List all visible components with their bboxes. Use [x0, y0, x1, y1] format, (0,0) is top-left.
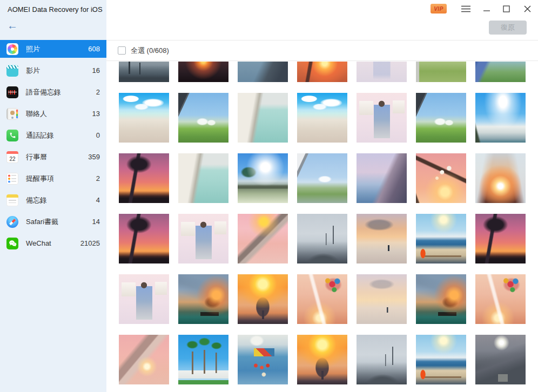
photo-thumbnail-window-view[interactable] [178, 93, 228, 143]
minimize-button[interactable] [480, 2, 493, 15]
header-bar: VIP 復原 [106, 0, 538, 40]
sidebar-item-call-history[interactable]: 通話記錄 0 [0, 126, 106, 144]
photo-thumbnail-resort-sky[interactable] [475, 93, 526, 143]
selection-toolbar: 全選 (0/608) [106, 40, 538, 61]
sidebar-item-count: 0 [96, 131, 100, 139]
sidebar-item-wechat[interactable]: WeChat 21025 [0, 234, 106, 252]
sidebar-item-safari-bookmarks[interactable]: Safari書籤 14 [0, 213, 106, 231]
photo-thumbnail-feather-sun[interactable] [238, 214, 288, 263]
sidebar-item-label: 通話記錄 [26, 131, 96, 140]
photo-thumbnail-beach-red-flag[interactable] [416, 214, 466, 263]
photo-thumbnail-moonlit-mountains[interactable] [475, 335, 526, 384]
photo-thumbnail-red-sunset[interactable] [297, 62, 347, 82]
sidebar-item-reminders[interactable]: 提醒事項 2 [0, 170, 106, 187]
photo-thumbnail-blossom-sunset[interactable] [416, 153, 466, 203]
photo-thumbnail-palm-sunset[interactable] [119, 214, 169, 263]
sidebar-item-voice-memos[interactable]: 語音備忘錄 2 [0, 83, 106, 101]
photo-thumbnail-girl-portrait[interactable] [178, 214, 228, 263]
sidebar-item-count: 13 [92, 110, 100, 118]
photo-thumbnail-goblet-sunset[interactable] [297, 335, 347, 384]
sidebar-item-label: 備忘錄 [26, 195, 96, 205]
photo-thumbnail-palm-sunset[interactable] [119, 153, 169, 203]
sidebar: AOMEI Data Recovery for iOS ← 照片 608 影片 … [0, 0, 106, 392]
sidebar-item-count: 608 [88, 45, 100, 53]
sidebar-item-label: Safari書籤 [26, 217, 92, 227]
photo-thumbnail-coast-cliff[interactable] [238, 62, 288, 82]
select-all-checkbox[interactable] [118, 46, 126, 55]
photo-thumbnail-feather-closeup[interactable] [119, 335, 169, 384]
photo-thumbnail-sailboat-sunset-pale[interactable] [357, 274, 407, 324]
photo-thumbnail-palm-trees-blue[interactable] [178, 335, 228, 384]
sidebar-item-photos[interactable]: 照片 608 [0, 40, 106, 58]
back-button[interactable]: ← [4, 19, 21, 32]
photo-thumbnail-harbor-gray[interactable] [119, 62, 169, 82]
calendar-icon: 22 [6, 151, 18, 163]
photo-thumbnail-pale-portrait[interactable] [357, 62, 407, 82]
sidebar-item-count: 359 [88, 153, 100, 161]
maximize-button[interactable] [500, 2, 513, 15]
calendar-day: 22 [9, 155, 15, 163]
main-panel: VIP 復原 全選 (0/608) [106, 0, 538, 392]
photo-thumbnail-sailboat-sunset[interactable] [357, 214, 407, 263]
notes-icon [6, 194, 18, 206]
voice-memos-icon [6, 86, 18, 98]
sidebar-item-count: 16 [92, 66, 100, 75]
photo-grid-viewport [106, 62, 538, 392]
sidebar-item-videos[interactable]: 影片 16 [0, 62, 106, 79]
photos-icon [6, 43, 18, 55]
photo-thumbnail-beach-day[interactable] [297, 93, 347, 143]
photo-thumbnail-window-field[interactable] [416, 62, 466, 82]
photo-thumbnail-flower-glass[interactable] [297, 274, 347, 324]
sidebar-item-contacts[interactable]: 聯絡人 13 [0, 105, 106, 123]
sidebar-item-label: 聯絡人 [26, 109, 92, 119]
sidebar-item-label: 影片 [26, 66, 92, 76]
photo-thumbnail-girl-portrait[interactable] [119, 274, 169, 324]
safari-icon [6, 216, 18, 228]
photo-thumbnail-bridge-view[interactable] [475, 62, 526, 82]
photo-thumbnail-bottles-sunset[interactable] [475, 153, 526, 203]
vip-badge[interactable]: VIP [431, 4, 447, 13]
select-all-label: 全選 (0/608) [131, 46, 169, 56]
phone-icon [6, 130, 18, 141]
sidebar-item-label: 提醒事項 [26, 174, 96, 184]
photo-thumbnail-sunny-balcony[interactable] [238, 153, 288, 203]
sidebar-item-label: WeChat [26, 239, 80, 247]
close-button[interactable] [521, 2, 534, 15]
sidebar-nav: 照片 608 影片 16 語音備忘錄 2 聯絡人 13 通話記錄 0 [0, 40, 106, 252]
photo-thumbnail-white-cliff[interactable] [178, 153, 228, 203]
app-title: AOMEI Data Recovery for iOS [0, 0, 106, 13]
photo-thumbnail-storm-sunset-palm[interactable] [178, 274, 228, 324]
sidebar-item-label: 行事曆 [26, 152, 88, 162]
restore-button[interactable]: 復原 [489, 21, 527, 35]
photo-thumbnail-girl-portrait[interactable] [357, 93, 407, 143]
photo-thumbnail-flower-glass[interactable] [475, 274, 526, 324]
photo-thumbnail-dark-sunset[interactable] [178, 62, 228, 82]
wechat-icon [6, 238, 18, 249]
contacts-icon [6, 108, 18, 120]
photo-thumbnail-beach-red-flag[interactable] [416, 335, 466, 384]
photo-grid [119, 62, 538, 384]
sidebar-item-count: 2 [96, 88, 100, 96]
sidebar-item-calendar[interactable]: 22 行事曆 359 [0, 148, 106, 166]
photo-thumbnail-window-view[interactable] [416, 93, 466, 143]
photo-thumbnail-palm-sunset[interactable] [475, 214, 526, 263]
photo-thumbnail-pastel-coast[interactable] [357, 153, 407, 203]
sidebar-item-label: 語音備忘錄 [26, 87, 96, 97]
videos-icon [6, 65, 18, 77]
photo-thumbnail-goblet-sunset[interactable] [238, 274, 288, 324]
photo-thumbnail-window-city[interactable] [297, 153, 347, 203]
photo-thumbnail-beach-day[interactable] [119, 93, 169, 143]
sidebar-item-count: 2 [96, 174, 100, 183]
menu-icon[interactable] [459, 2, 472, 15]
sidebar-item-count: 21025 [80, 239, 100, 247]
sidebar-item-count: 4 [96, 196, 100, 204]
photo-thumbnail-white-cliff[interactable] [238, 93, 288, 143]
photo-thumbnail-colorful-sign[interactable] [238, 335, 288, 384]
sidebar-item-count: 14 [92, 218, 100, 226]
photo-thumbnail-misty-pier[interactable] [357, 335, 407, 384]
photo-thumbnail-storm-sunset-palm[interactable] [416, 274, 466, 324]
reminders-icon [6, 173, 18, 185]
sidebar-item-notes[interactable]: 備忘錄 4 [0, 191, 106, 209]
photo-thumbnail-misty-pier[interactable] [297, 214, 347, 263]
sidebar-item-label: 照片 [26, 44, 88, 54]
